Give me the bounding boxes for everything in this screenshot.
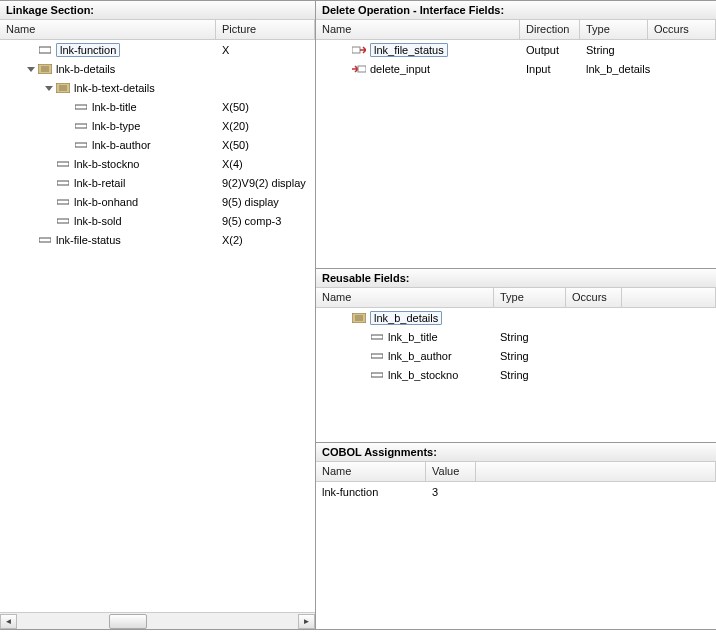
field-icon	[56, 196, 70, 208]
col-name[interactable]: Name	[0, 20, 216, 39]
linkage-section-title: Linkage Section:	[0, 1, 315, 20]
reusable-type: String	[494, 350, 566, 362]
tree-row[interactable]: lnk-b-details	[0, 59, 315, 78]
col-name[interactable]: Name	[316, 462, 426, 481]
field-icon	[56, 158, 70, 170]
svg-rect-11	[75, 143, 87, 147]
tree-label: lnk-b-stockno	[74, 158, 139, 170]
col-value[interactable]: Value	[426, 462, 476, 481]
col-name[interactable]: Name	[316, 288, 494, 307]
tree-label: lnk-b-retail	[74, 177, 125, 189]
tree-row[interactable]: lnk-file-statusX(2)	[0, 230, 315, 249]
picture-value: X	[216, 44, 315, 56]
reusable-label: lnk_b_author	[388, 350, 452, 362]
svg-rect-24	[371, 354, 383, 358]
col-type[interactable]: Type	[580, 20, 648, 39]
col-occurs[interactable]: Occurs	[566, 288, 622, 307]
svg-rect-16	[39, 238, 51, 242]
picture-value: X(20)	[216, 120, 315, 132]
picture-value: X(4)	[216, 158, 315, 170]
interface-fields-title: Delete Operation - Interface Fields:	[316, 1, 716, 20]
main-container: Linkage Section: Name Picture lnk-functi…	[0, 0, 716, 630]
scroll-left-button[interactable]: ◄	[0, 614, 17, 629]
field-icon	[370, 369, 384, 381]
interface-direction: Input	[520, 63, 580, 75]
field-icon	[56, 177, 70, 189]
reusable-fields-title: Reusable Fields:	[316, 269, 716, 288]
interface-type: String	[580, 44, 648, 56]
svg-rect-25	[371, 373, 383, 377]
struct-icon	[352, 312, 366, 324]
reusable-label: lnk_b_title	[388, 331, 438, 343]
tree-row[interactable]: lnk-b-retail9(2)V9(2) display	[0, 173, 315, 192]
output-icon	[352, 44, 366, 56]
cobol-rows[interactable]: lnk-function3	[316, 482, 716, 629]
scroll-right-button[interactable]: ►	[298, 614, 315, 629]
svg-rect-17	[352, 47, 360, 53]
cobol-value: 3	[426, 486, 476, 498]
tree-row[interactable]: lnk-b-sold9(5) comp-3	[0, 211, 315, 230]
tree-row[interactable]: lnk-b-typeX(20)	[0, 116, 315, 135]
linkage-column-headers: Name Picture	[0, 20, 315, 40]
tree-row[interactable]: lnk-b-authorX(50)	[0, 135, 315, 154]
svg-rect-15	[57, 219, 69, 223]
twisty-spacer	[44, 178, 54, 188]
twisty-spacer	[44, 159, 54, 169]
svg-rect-18	[358, 66, 366, 72]
tree-label: lnk-b-title	[92, 101, 137, 113]
field-icon	[370, 350, 384, 362]
twisty-spacer	[44, 216, 54, 226]
svg-rect-14	[57, 200, 69, 204]
tree-row[interactable]: lnk-b-text-details	[0, 78, 315, 97]
picture-value: X(50)	[216, 101, 315, 113]
col-occurs[interactable]: Occurs	[648, 20, 716, 39]
scroll-thumb[interactable]	[109, 614, 147, 629]
field-icon	[370, 331, 384, 343]
struct-icon	[38, 63, 52, 75]
right-pane: Delete Operation - Interface Fields: Nam…	[316, 1, 716, 629]
chevron-down-icon[interactable]	[44, 83, 54, 93]
col-picture[interactable]: Picture	[216, 20, 315, 39]
reusable-type: String	[494, 331, 566, 343]
tree-row[interactable]: lnk-b-onhand9(5) display	[0, 192, 315, 211]
reusable-row[interactable]: lnk_b_authorString	[316, 346, 716, 365]
struct-icon	[56, 82, 70, 94]
chevron-down-icon[interactable]	[26, 64, 36, 74]
input-icon	[352, 63, 366, 75]
tree-label: lnk-b-sold	[74, 215, 122, 227]
tree-label: lnk-b-details	[56, 63, 115, 75]
picture-value: X(50)	[216, 139, 315, 151]
interface-row[interactable]: lnk_file_statusOutputString	[316, 40, 716, 59]
picture-value: 9(5) display	[216, 196, 315, 208]
reusable-rows[interactable]: lnk_b_detailslnk_b_titleStringlnk_b_auth…	[316, 308, 716, 442]
interface-row[interactable]: delete_inputInputlnk_b_details	[316, 59, 716, 78]
interface-rows[interactable]: lnk_file_statusOutputStringdelete_inputI…	[316, 40, 716, 268]
picture-value: X(2)	[216, 234, 315, 246]
tree-row[interactable]: lnk-b-titleX(50)	[0, 97, 315, 116]
reusable-row[interactable]: lnk_b_titleString	[316, 327, 716, 346]
tree-row[interactable]: lnk-functionX	[0, 40, 315, 59]
interface-direction: Output	[520, 44, 580, 56]
col-direction[interactable]: Direction	[520, 20, 580, 39]
linkage-tree[interactable]: lnk-functionXlnk-b-detailslnk-b-text-det…	[0, 40, 315, 612]
svg-rect-23	[371, 335, 383, 339]
reusable-row[interactable]: lnk_b_stocknoString	[316, 365, 716, 384]
col-name[interactable]: Name	[316, 20, 520, 39]
scroll-track[interactable]	[17, 614, 298, 629]
reusable-row[interactable]: lnk_b_details	[316, 308, 716, 327]
cobol-assignments-title: COBOL Assignments:	[316, 443, 716, 462]
field-icon	[74, 101, 88, 113]
reusable-fields-panel: Reusable Fields: Name Type Occurs lnk_b_…	[316, 269, 716, 443]
reusable-label: lnk_b_stockno	[388, 369, 458, 381]
twisty-spacer	[26, 235, 36, 245]
tree-label: lnk-b-type	[92, 120, 140, 132]
svg-rect-0	[39, 47, 51, 53]
col-type[interactable]: Type	[494, 288, 566, 307]
tree-row[interactable]: lnk-b-stocknoX(4)	[0, 154, 315, 173]
svg-rect-10	[75, 124, 87, 128]
linkage-scrollbar-horizontal[interactable]: ◄ ►	[0, 612, 315, 629]
picture-value: 9(5) comp-3	[216, 215, 315, 227]
tree-label: lnk-function	[56, 43, 120, 57]
twisty-spacer	[62, 121, 72, 131]
cobol-row[interactable]: lnk-function3	[316, 482, 716, 501]
